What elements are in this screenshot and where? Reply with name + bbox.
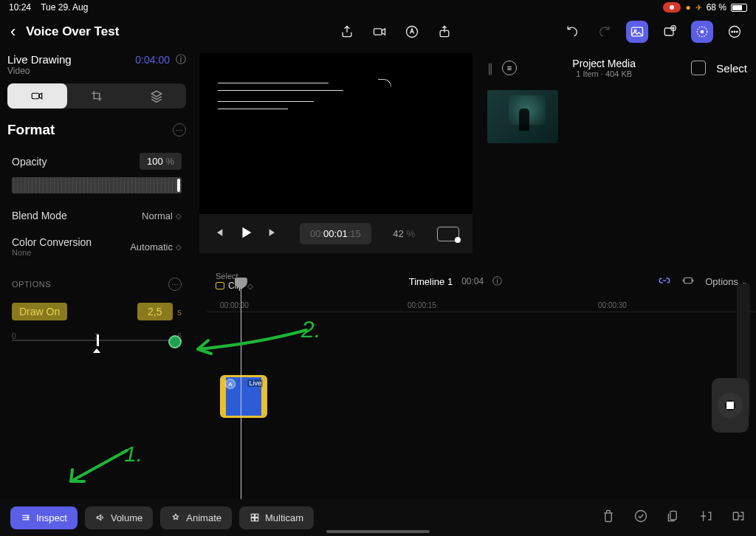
status-time: 10:24 [9,2,31,13]
media-thumbnail[interactable] [487,90,558,143]
svg-point-15 [27,517,29,518]
media-subtitle: 1 Item · 404 KB [527,69,681,78]
recording-indicator [663,2,681,13]
svg-point-12 [737,31,738,32]
next-frame-button[interactable] [267,227,279,241]
status-right: ● ✈ 68 % [663,2,747,13]
timecode-display[interactable]: 00:00:01:15 [300,223,371,244]
blend-label: Blend Mode [12,210,67,221]
timeline-duration: 00:04 [461,276,484,286]
svg-rect-16 [251,514,254,517]
draw-on-unit: s [177,307,182,317]
status-left: 10:24 Tue 29. Aug [9,2,88,13]
svg-rect-21 [670,511,676,520]
colorconv-label: Color Conversion [12,236,92,248]
section-title: Format [7,122,55,138]
grid-view-icon[interactable] [691,61,706,75]
dnd-icon: ● [685,2,690,13]
svg-rect-13 [32,93,40,99]
center-tool-group [336,21,456,43]
duplicate-icon[interactable] [666,509,681,526]
redo-icon[interactable] [594,21,616,43]
volume-button[interactable]: Volume [85,506,153,529]
pause-columns-icon[interactable]: ∥ [487,61,493,75]
track-area[interactable]: A Live [207,360,756,449]
inspect-button[interactable]: Inspect [10,506,78,529]
battery-icon [731,4,747,12]
svg-rect-14 [684,278,693,284]
overwrite-icon[interactable] [731,509,746,526]
colorconv-value[interactable]: Automatic ◇ [130,241,182,252]
timeline-panel: Select Clip ◇ Timeline 1 00:04 ⓘ Options… [207,269,756,499]
blend-value[interactable]: Normal ◇ [142,210,182,221]
top-toolbar: ‹ Voice Over Test [0,15,756,53]
list-menu-icon[interactable]: ≡ [502,61,517,75]
inspector-tabs [7,83,186,109]
zoom-value[interactable]: 42 % [393,228,415,239]
project-title: Voice Over Test [26,24,119,39]
play-button[interactable] [238,224,254,244]
export-icon[interactable] [336,21,358,43]
info-icon[interactable]: ⓘ [176,53,186,66]
add-media-icon[interactable] [659,21,681,43]
text-style-icon[interactable] [401,21,423,43]
clip-duration: 0:04:00 [135,54,170,66]
svg-point-10 [732,31,733,32]
trash-icon[interactable] [601,509,616,526]
draw-on-label: Draw On [12,303,67,320]
link-icon[interactable] [658,274,671,289]
prev-frame-button[interactable] [213,227,224,241]
airplane-icon: ✈ [695,3,702,13]
tab-video[interactable] [7,83,67,109]
svg-rect-5 [664,28,673,35]
share-icon[interactable] [433,21,456,43]
animate-button[interactable]: Animate [160,506,232,529]
transport-bar: 00:00:01:15 42 % [199,214,472,253]
timeline-clip[interactable]: A Live [220,375,267,418]
opacity-label: Opacity [12,156,47,168]
back-button[interactable]: ‹ [10,22,16,41]
check-circle-icon[interactable] [633,509,648,526]
tab-layers[interactable] [126,83,186,109]
multicam-button[interactable]: Multicam [239,506,314,529]
camera-icon[interactable] [368,21,391,43]
section-more-icon[interactable]: ⋯ [173,123,186,137]
svg-rect-19 [255,518,258,521]
timeline-info-icon[interactable]: ⓘ [492,275,502,288]
timeline-ruler[interactable]: 00:00:00 00:00:15 00:00:30 [207,301,756,316]
drawing-strokes [218,83,343,116]
jog-wheel[interactable] [712,378,749,433]
right-tool-group [561,21,746,43]
status-date: Tue 29. Aug [41,2,88,13]
clip-type: Video [7,66,72,76]
options-label: OPTIONS [12,280,51,289]
preview-viewer[interactable] [199,53,472,214]
battery-pct: 68 % [707,2,726,13]
home-indicator[interactable] [326,530,430,533]
clip-title: Live Drawing [7,53,72,66]
draw-on-slider[interactable]: 0 3 6 [12,332,182,354]
svg-rect-0 [374,29,382,35]
snap-icon[interactable] [681,274,695,289]
svg-point-11 [734,31,735,32]
svg-rect-22 [733,512,738,520]
timeline-name: Timeline 1 [409,276,453,287]
insert-icon[interactable] [698,509,713,526]
opacity-slider[interactable] [12,177,182,193]
svg-point-20 [636,511,647,522]
colorconv-sub: None [12,248,92,257]
playhead-line[interactable] [241,282,241,499]
opacity-value[interactable]: 100 % [140,153,182,170]
undo-icon[interactable] [561,21,583,43]
effects-icon[interactable] [691,21,713,43]
options-more-icon[interactable]: ⋯ [168,278,182,291]
fit-toggle[interactable] [437,227,459,241]
tab-crop[interactable] [67,83,127,109]
more-icon[interactable] [724,21,746,43]
draw-on-value[interactable]: 2,5 [137,303,172,320]
image-library-icon[interactable] [626,21,648,43]
clip-block-label: Live [247,379,263,387]
select-button[interactable]: Select [716,62,747,75]
slider-end-dot[interactable] [168,335,182,348]
media-title: Project Media [527,58,681,69]
